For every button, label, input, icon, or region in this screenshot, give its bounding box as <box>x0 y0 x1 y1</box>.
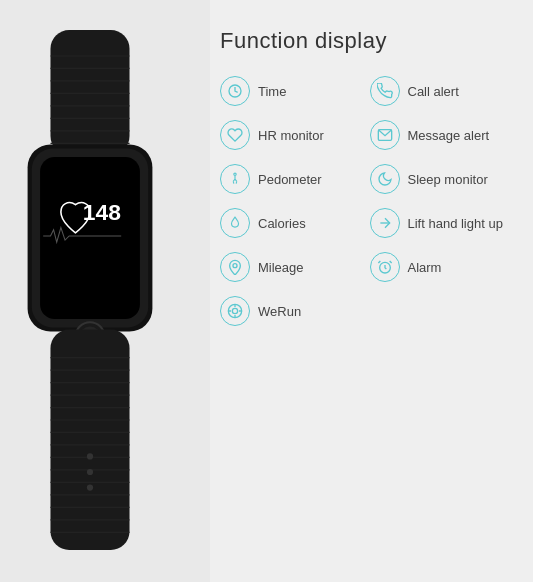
feature-item-hr-monitor: HR monitor <box>220 120 366 150</box>
feature-item-alarm: Alarm <box>370 252 516 282</box>
lift-hand-label: Lift hand light up <box>408 216 503 231</box>
feature-item-lift-hand: Lift hand light up <box>370 208 516 238</box>
svg-rect-11 <box>40 157 140 319</box>
svg-point-37 <box>233 264 237 268</box>
svg-point-32 <box>87 469 93 475</box>
calories-icon <box>220 208 250 238</box>
pedometer-label: Pedometer <box>258 172 322 187</box>
pedometer-icon <box>220 164 250 194</box>
alarm-label: Alarm <box>408 260 442 275</box>
feature-item-sleep-monitor: Sleep monitor <box>370 164 516 194</box>
function-area: Function display TimeCall alertHR monito… <box>210 0 533 582</box>
feature-item-pedometer: Pedometer <box>220 164 366 194</box>
hr-monitor-label: HR monitor <box>258 128 324 143</box>
svg-line-40 <box>389 261 391 263</box>
mileage-label: Mileage <box>258 260 304 275</box>
svg-point-36 <box>234 173 236 175</box>
svg-point-33 <box>87 484 93 490</box>
werun-icon <box>220 296 250 326</box>
call-alert-icon <box>370 76 400 106</box>
feature-item-werun: WeRun <box>220 296 366 326</box>
svg-text:148: 148 <box>83 199 121 225</box>
message-alert-label: Message alert <box>408 128 490 143</box>
time-label: Time <box>258 84 286 99</box>
watch-area: 148 <box>0 0 210 582</box>
watch-svg: 148 <box>0 30 210 550</box>
feature-item-time: Time <box>220 76 366 106</box>
alarm-icon <box>370 252 400 282</box>
feature-item-mileage: Mileage <box>220 252 366 282</box>
mileage-icon <box>220 252 250 282</box>
svg-rect-0 <box>50 30 129 155</box>
feature-item-calories: Calories <box>220 208 366 238</box>
svg-point-31 <box>87 453 93 459</box>
hr-monitor-icon <box>220 120 250 150</box>
time-icon <box>220 76 250 106</box>
sleep-monitor-icon <box>370 164 400 194</box>
feature-item-message-alert: Message alert <box>370 120 516 150</box>
section-title: Function display <box>220 28 515 54</box>
main-container: 148 <box>0 0 533 582</box>
calories-label: Calories <box>258 216 306 231</box>
message-alert-icon <box>370 120 400 150</box>
features-grid: TimeCall alertHR monitorMessage alertPed… <box>220 76 515 326</box>
svg-line-39 <box>378 261 380 263</box>
call-alert-label: Call alert <box>408 84 459 99</box>
werun-label: WeRun <box>258 304 301 319</box>
feature-item-call-alert: Call alert <box>370 76 516 106</box>
sleep-monitor-label: Sleep monitor <box>408 172 488 187</box>
svg-rect-15 <box>50 330 129 550</box>
lift-hand-icon <box>370 208 400 238</box>
